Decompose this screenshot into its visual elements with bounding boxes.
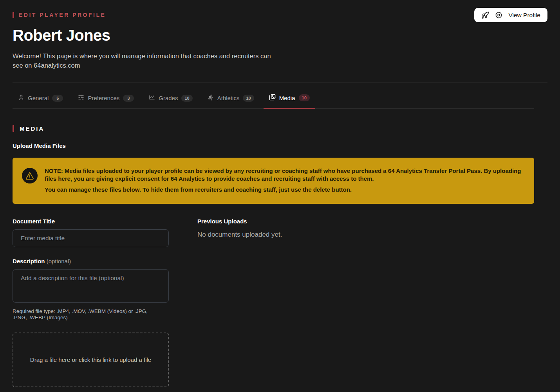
tab-count-badge: 10	[181, 95, 192, 102]
previous-uploads-panel: Previous Uploads No documents uploaded y…	[197, 218, 547, 387]
tab-label: Athletics	[217, 95, 240, 101]
user-icon	[18, 94, 24, 102]
runner-icon	[208, 94, 214, 102]
tab-general[interactable]: General 5	[13, 92, 69, 109]
chart-icon	[149, 94, 155, 102]
description-textarea[interactable]	[13, 269, 169, 303]
view-profile-button[interactable]: View Profile	[474, 8, 547, 22]
tab-label: Media	[279, 95, 295, 101]
warning-triangle-icon	[22, 168, 38, 183]
media-columns: Document Title Description (optional) Re…	[13, 218, 547, 387]
upload-media-files-label: Upload Media Files	[13, 142, 547, 149]
accent-bar	[13, 12, 14, 18]
page-title: Robert Jones	[13, 27, 547, 44]
upload-form: Document Title Description (optional) Re…	[13, 218, 169, 387]
header-divider	[13, 83, 547, 83]
tab-count-badge: 3	[123, 95, 134, 102]
tab-label: Grades	[159, 95, 178, 101]
media-icon	[269, 94, 276, 102]
media-section-heading: MEDIA	[13, 125, 547, 132]
consent-note-box: NOTE: Media files uploaded to your playe…	[13, 158, 534, 204]
page-subtitle: Welcome! This page is where you will man…	[13, 51, 283, 70]
media-section-label: MEDIA	[20, 125, 44, 132]
eyebrow: EDIT PLAYER PROFILE	[13, 12, 547, 18]
note-paragraph-2: You can manage these files below. To hid…	[45, 186, 525, 194]
description-label: Description (optional)	[13, 258, 169, 264]
tab-preferences[interactable]: Preferences 3	[72, 92, 139, 109]
eye-icon	[495, 11, 502, 19]
tab-label: Preferences	[88, 95, 119, 101]
previous-uploads-heading: Previous Uploads	[197, 218, 547, 225]
page-header: EDIT PLAYER PROFILE View Profile	[13, 12, 547, 18]
dropzone-text: Drag a file here or click this link to u…	[30, 356, 151, 364]
tab-label: General	[28, 95, 49, 101]
sliders-icon	[78, 94, 84, 102]
description-optional-text: (optional)	[47, 258, 71, 264]
tab-count-badge: 10	[243, 95, 254, 102]
accent-bar	[13, 125, 14, 132]
rocket-icon	[481, 11, 489, 19]
eyebrow-label: EDIT PLAYER PROFILE	[19, 12, 106, 18]
tab-count-badge: 5	[52, 95, 63, 102]
page-content: EDIT PLAYER PROFILE View Profile Robert …	[0, 0, 560, 392]
file-type-note: Required file type: .MP4, .MOV, .WEBM (V…	[13, 308, 157, 321]
file-dropzone[interactable]: Drag a file here or click this link to u…	[13, 333, 169, 387]
document-title-input[interactable]	[13, 229, 169, 247]
profile-tabs: General 5 Preferences 3 Grades	[13, 92, 534, 109]
description-label-text: Description	[13, 258, 45, 264]
document-title-label: Document Title	[13, 218, 169, 225]
tab-grades[interactable]: Grades 10	[143, 92, 198, 109]
view-profile-label: View Profile	[508, 12, 540, 19]
tab-count-badge: 10	[299, 94, 310, 101]
note-paragraph-1: NOTE: Media files uploaded to your playe…	[45, 167, 525, 183]
tab-athletics[interactable]: Athletics 10	[202, 92, 260, 109]
consent-note-text: NOTE: Media files uploaded to your playe…	[45, 167, 525, 194]
uploads-empty-text: No documents uploaded yet.	[197, 231, 547, 239]
tab-media[interactable]: Media 10	[264, 92, 315, 109]
